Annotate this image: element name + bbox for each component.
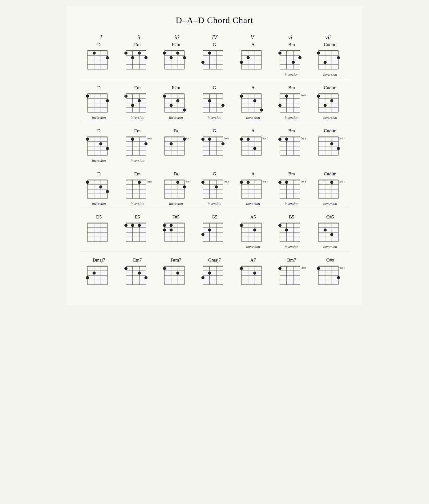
inversion-label: inversion	[92, 115, 106, 120]
inversion-label: inversion	[92, 158, 106, 163]
chord-cell: A4th fretinversion	[234, 171, 272, 206]
svg-text:5th fret: 5th fret	[301, 137, 306, 140]
svg-point-152	[278, 104, 281, 107]
svg-point-332	[330, 181, 334, 184]
chord-name: G	[213, 128, 216, 134]
chord-cell: Ainversion	[234, 85, 272, 120]
svg-point-444	[163, 267, 166, 270]
chord-cell: G5th fretinversion	[196, 171, 233, 206]
chord-cell: Dmaj7	[80, 258, 118, 287]
chord-name: G5	[212, 214, 217, 220]
svg-point-22	[131, 56, 134, 59]
chord-name: A	[251, 42, 255, 47]
chord-name: F#m	[172, 85, 180, 90]
roman-numeral-label: IV	[196, 34, 233, 41]
chord-diagram	[84, 221, 114, 244]
chord-diagram: 3rd fret	[123, 178, 152, 201]
chord-section-triads_inv1: DinversionEminversionF#minversionGinvers…	[79, 85, 350, 122]
chord-diagram	[123, 48, 152, 71]
svg-point-21	[138, 52, 141, 55]
chord-name: Gmaj7	[208, 258, 221, 263]
svg-point-104	[138, 99, 141, 102]
chord-cell: Em3rd fretinversion	[119, 128, 156, 163]
chord-name: A	[251, 171, 255, 177]
svg-point-309	[247, 181, 250, 184]
chord-name: C#dim	[324, 85, 337, 90]
chord-name: D	[97, 128, 101, 134]
inversion-label: inversion	[323, 202, 337, 206]
svg-point-389	[253, 229, 256, 232]
chord-diagram	[84, 48, 114, 71]
chord-cell: Gmaj7	[196, 258, 233, 287]
chord-diagram	[84, 91, 114, 114]
chord-diagram	[238, 91, 268, 114]
svg-text:5th fret: 5th fret	[224, 180, 229, 183]
chord-diagram	[200, 48, 229, 71]
svg-point-226	[253, 147, 256, 150]
chord-cell: B5inversion	[273, 214, 310, 249]
chord-diagram	[200, 221, 229, 244]
svg-point-237	[278, 138, 281, 141]
chord-name: F#5	[172, 214, 180, 220]
chord-row: Dmaj7Em7F#m7Gmaj7A7Bm73rd fretC#ø4th fre…	[79, 258, 350, 287]
svg-point-212	[208, 138, 211, 141]
roman-header-row: IiiiiiIVVvivii	[79, 34, 350, 41]
svg-point-188	[144, 142, 148, 146]
svg-text:4th fret: 4th fret	[262, 180, 268, 183]
chord-diagram: 4th fret	[161, 134, 191, 158]
inversion-label: inversion	[285, 72, 298, 77]
chord-cell: C#5inversion	[311, 214, 349, 249]
svg-point-82	[324, 61, 327, 64]
chord-diagram	[238, 264, 268, 287]
chord-diagram	[84, 264, 114, 287]
chord-diagram: 3rd fret	[277, 91, 306, 114]
chord-chart: IiiiiiIVVviviiDEmF#mGABminversionC#dimin…	[79, 34, 350, 287]
chord-diagram	[315, 91, 345, 114]
inversion-label: inversion	[208, 202, 221, 206]
chord-cell: D5	[80, 214, 118, 249]
page: D–A–D Chord Chart IiiiiiIVVviviiDEmF#mGA…	[67, 6, 362, 305]
svg-point-488	[317, 267, 320, 270]
svg-text:3rd fret: 3rd fret	[224, 137, 229, 140]
svg-point-165	[324, 104, 327, 107]
chord-cell: F#minversion	[157, 85, 195, 120]
chord-cell: C#diminversion	[311, 42, 349, 77]
chord-name: Bm	[288, 128, 295, 134]
chord-name: E5	[135, 214, 140, 220]
chord-cell: A5inversion	[234, 214, 272, 249]
chord-diagram: 5th fret	[277, 134, 306, 158]
svg-point-263	[106, 190, 109, 193]
chord-name: F#m	[172, 42, 180, 47]
chord-cell: G	[196, 42, 233, 77]
chord-diagram: 3rd fret	[315, 134, 345, 158]
svg-point-151	[285, 95, 288, 98]
svg-point-187	[131, 138, 134, 141]
roman-numeral-label: I	[82, 34, 120, 41]
chord-name: Bm	[288, 85, 295, 90]
chord-cell: Bm5th fretinversion	[273, 171, 310, 206]
chord-diagram	[161, 91, 191, 114]
svg-text:3rd fret: 3rd fret	[301, 94, 306, 97]
svg-point-36	[183, 56, 186, 59]
svg-point-175	[86, 138, 89, 141]
chord-section-triads_inv3: DinversionEm3rd fretinversionF#4th freti…	[79, 171, 350, 208]
chord-row: DinversionEm3rd fretinversionF#4th fretG…	[79, 128, 350, 163]
svg-point-69	[298, 56, 302, 59]
svg-point-177	[106, 147, 109, 150]
chord-diagram	[315, 221, 345, 244]
svg-point-46	[208, 52, 211, 55]
roman-numeral-label: iii	[158, 34, 196, 41]
chord-cell: Bm5th fret	[273, 128, 310, 163]
svg-point-103	[124, 95, 127, 98]
chord-cell: Em	[119, 42, 156, 77]
svg-point-477	[278, 267, 281, 270]
chord-diagram	[161, 48, 191, 71]
inversion-label: inversion	[246, 245, 260, 249]
svg-point-92	[86, 95, 89, 98]
svg-point-467	[253, 272, 256, 275]
chord-name: C#5	[326, 214, 334, 220]
svg-point-176	[99, 142, 102, 146]
inversion-label: inversion	[323, 245, 337, 249]
svg-point-70	[292, 61, 295, 64]
inversion-label: inversion	[131, 202, 144, 206]
